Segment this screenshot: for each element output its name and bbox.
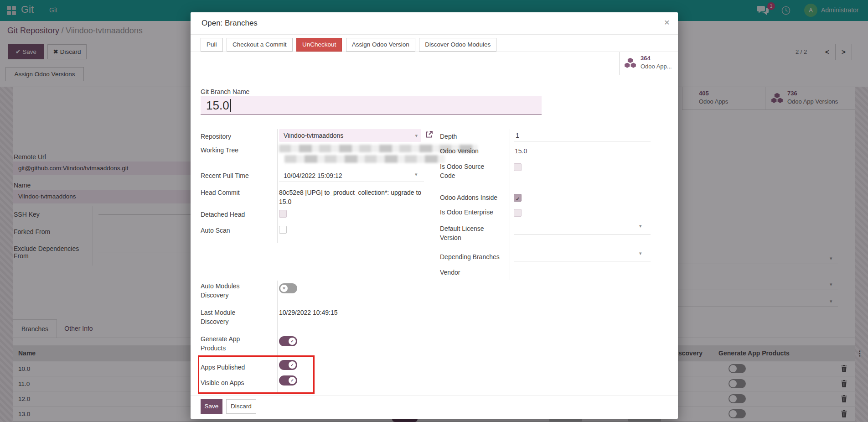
depth-value[interactable]: 1 [516,131,519,140]
divider [191,396,678,396]
depending-branches-field[interactable] [514,261,651,261]
modal-title: Open: Branches [202,19,258,28]
git-branch-name-value: 15.0 [206,99,229,112]
field-underline [514,141,651,141]
chevron-down-icon: ▾ [639,250,642,256]
stat-value: 364 [641,55,651,62]
group-divider [277,129,278,243]
last-module-discovery-label: Last Module Discovery [201,308,253,327]
is-odoo-source-code-label: Is Odoo Source Code [440,162,497,181]
pull-button[interactable]: Pull [201,38,223,52]
odoo-addons-inside-checkbox[interactable] [514,194,522,202]
git-branch-name-input[interactable]: 15.0 [201,96,542,115]
head-commit-label: Head Commit [201,188,240,197]
modal-discard-button[interactable]: Discard [226,399,256,414]
default-license-version-label: Default License Version [440,224,499,243]
text-cursor [230,99,231,112]
detached-head-label: Detached Head [201,210,245,219]
last-module-discovery-value: 10/29/2022 10:49:15 [279,308,337,317]
annotation-highlight-box [198,355,315,394]
vendor-label: Vendor [440,268,460,277]
repository-label: Repository [201,132,231,141]
auto-modules-discovery-toggle[interactable] [279,283,297,293]
working-tree-redacted-value [284,155,445,163]
auto-scan-checkbox[interactable] [279,226,287,234]
auto-modules-discovery-label: Auto Modules Discovery [201,281,253,300]
stat-label: Odoo App... [641,63,672,70]
is-odoo-enterprise-checkbox[interactable] [514,209,522,217]
recent-pull-time-value[interactable]: 10/04/2022 15:09:12 [284,171,342,180]
detached-head-checkbox[interactable] [279,210,287,218]
modal-save-button[interactable]: Save [201,399,222,414]
chevron-down-icon: ▾ [639,223,642,229]
open-branches-modal: Open: Branches × Pull Checkout a Commit … [191,12,678,419]
recent-pull-time-label: Recent Pull Time [201,171,249,180]
auto-scan-label: Auto Scan [201,226,230,235]
is-odoo-source-code-checkbox[interactable] [514,163,522,171]
chevron-down-icon: ▾ [415,129,418,142]
depending-branches-label: Depending Branches [440,252,531,261]
working-tree-label: Working Tree [201,146,238,155]
divider [191,52,678,52]
divider [191,34,678,35]
checkout-a-commit-button[interactable]: Checkout a Commit [227,38,293,52]
generate-app-products-label: Generate App Products [201,334,253,353]
discover-odoo-modules-button[interactable]: Discover Odoo Modules [419,38,496,52]
repository-value: Viindoo-tvtmaaddons [279,132,343,139]
modal-action-bar: Pull Checkout a Commit UnCheckout Assign… [201,38,498,52]
screen: Git Git 1 A Administrator Git Repository… [0,0,868,422]
odoo-version-value[interactable]: 15.0 [515,146,527,156]
divider [191,75,678,75]
git-branch-name-label: Git Branch Name [201,87,249,96]
generate-app-products-toggle[interactable] [279,336,297,346]
odoo-version-label: Odoo Version [440,146,479,156]
default-license-version-field[interactable] [514,234,651,235]
depth-label: Depth [440,132,457,141]
stat-button-odoo-apps-modal[interactable]: 364 Odoo App... [619,52,678,75]
head-commit-value: 80c52e8 [UPG] to_product_collection*: up… [279,188,426,207]
assign-odoo-version-button[interactable]: Assign Odoo Version [346,38,415,52]
uncheckout-button[interactable]: UnCheckout [296,38,342,52]
close-icon[interactable]: × [664,17,670,28]
external-link-icon[interactable] [425,130,433,141]
is-odoo-enterprise-label: Is Odoo Enterprise [440,208,493,217]
chevron-down-icon: ▾ [415,172,418,177]
odoo-addons-inside-label: Odoo Addons Inside [440,193,497,202]
repository-select[interactable]: Viindoo-tvtmaaddons ▾ [279,129,421,142]
cubes-icon [624,57,636,71]
field-underline [279,182,424,182]
